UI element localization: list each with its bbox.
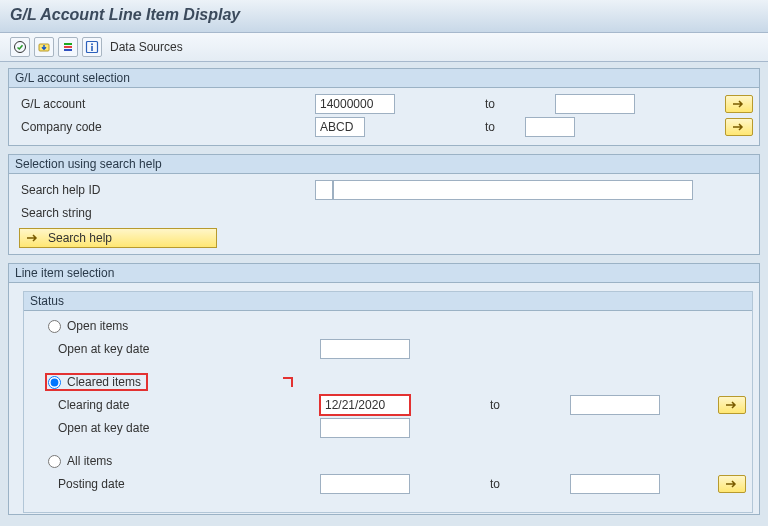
company-code-multiple-button[interactable] (725, 118, 753, 136)
group-search-help: Selection using search help Search help … (8, 154, 760, 255)
gl-account-to-input[interactable] (555, 94, 635, 114)
data-sources-label[interactable]: Data Sources (110, 40, 183, 54)
posting-date-label: Posting date (30, 477, 320, 491)
list-lines-icon (61, 40, 75, 54)
cleared-items-radio[interactable] (48, 376, 61, 389)
execute-button[interactable] (10, 37, 30, 57)
search-help-button-label: Search help (48, 231, 112, 245)
posting-date-to-input[interactable] (570, 474, 660, 494)
cleared-open-at-key-date-input[interactable] (320, 418, 410, 438)
clearing-date-multiple-button[interactable] (718, 396, 746, 414)
company-code-to-label: to (365, 120, 525, 134)
posting-date-input[interactable] (320, 474, 410, 494)
cleared-items-label: Cleared items (67, 375, 141, 389)
titlebar: G/L Account Line Item Display (0, 0, 768, 33)
status-title: Status (24, 292, 752, 311)
group-gl-account-selection: G/L account selection G/L account to Com… (8, 68, 760, 146)
main-area: G/L account selection G/L account to Com… (0, 62, 768, 515)
arrow-right-icon (732, 99, 746, 109)
open-at-key-date-label: Open at key date (30, 342, 320, 356)
group-line-title: Line item selection (9, 264, 759, 283)
clearing-date-to-label: to (410, 398, 570, 412)
info-icon (85, 40, 99, 54)
arrow-right-icon (725, 400, 739, 410)
folder-down-icon (37, 40, 51, 54)
gl-account-input[interactable] (315, 94, 395, 114)
svg-rect-7 (91, 46, 93, 51)
gl-account-multiple-button[interactable] (725, 95, 753, 113)
search-help-id-label: Search help ID (15, 183, 315, 197)
open-at-key-date-input[interactable] (320, 339, 410, 359)
status-subgroup: Status Open items Open at key date (23, 291, 753, 513)
search-string-label: Search string (15, 206, 315, 220)
all-items-label: All items (67, 454, 112, 468)
get-variant-button[interactable] (34, 37, 54, 57)
open-items-radio[interactable] (48, 320, 61, 333)
gl-account-label: G/L account (15, 97, 315, 111)
arrow-right-icon (732, 122, 746, 132)
group-gl-title: G/L account selection (9, 69, 759, 88)
clearing-date-to-input[interactable] (570, 395, 660, 415)
gl-account-to-label: to (395, 97, 555, 111)
info-button[interactable] (82, 37, 102, 57)
page-title: G/L Account Line Item Display (10, 6, 758, 24)
highlight-corner-icon (283, 377, 293, 387)
arrow-right-icon (26, 232, 40, 244)
open-items-label: Open items (67, 319, 128, 333)
clearing-date-label: Clearing date (30, 398, 320, 412)
search-help-id-short-input[interactable] (315, 180, 333, 200)
toolbar: Data Sources (0, 33, 768, 62)
group-search-title: Selection using search help (9, 155, 759, 174)
company-code-to-input[interactable] (525, 117, 575, 137)
company-code-input[interactable] (315, 117, 365, 137)
search-help-button[interactable]: Search help (19, 228, 217, 248)
posting-date-to-label: to (410, 477, 570, 491)
posting-date-multiple-button[interactable] (718, 475, 746, 493)
all-items-radio[interactable] (48, 455, 61, 468)
svg-point-6 (91, 43, 93, 45)
arrow-right-icon (725, 479, 739, 489)
selection-list-button[interactable] (58, 37, 78, 57)
clock-check-icon (13, 40, 27, 54)
group-line-item-selection: Line item selection Status Open items Op… (8, 263, 760, 515)
clearing-date-input[interactable] (320, 395, 410, 415)
search-help-id-long-input[interactable] (333, 180, 693, 200)
company-code-label: Company code (15, 120, 315, 134)
cleared-open-at-key-date-label: Open at key date (30, 421, 320, 435)
